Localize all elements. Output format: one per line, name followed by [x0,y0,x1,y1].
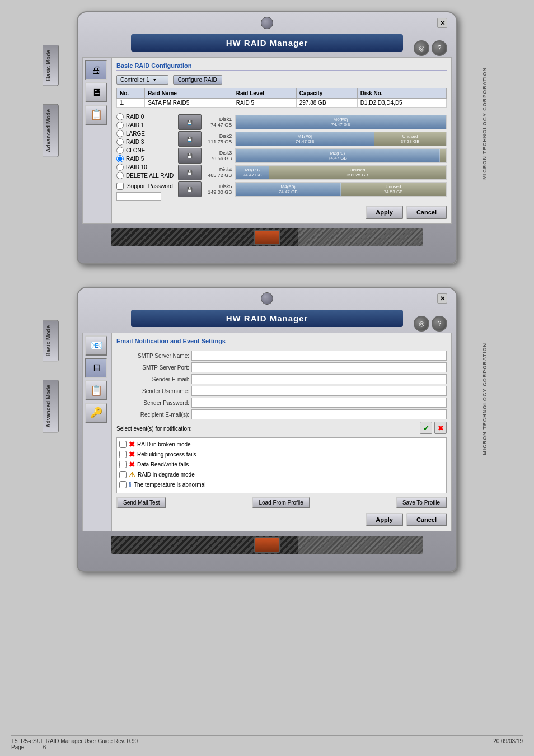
save-to-profile-button[interactable]: Save To Profile [396,497,447,508]
event-raid-degrade-label: RAID in degrade mode [138,472,195,478]
event-raid-degrade-check[interactable] [119,471,127,478]
radio-raid10[interactable]: RAID 10 [116,164,174,171]
recipient-email-input[interactable] [191,409,447,419]
close-button-1[interactable]: ✕ [437,18,447,28]
sender-password-row: Sender Password: [116,398,447,408]
delete-icon-btn[interactable]: ✖ [434,422,447,434]
cancel-button-2[interactable]: Cancel [406,513,447,526]
sender-username-row: Sender Username: [116,386,447,396]
apply-button-2[interactable]: Apply [366,513,403,526]
bottom-btn-row-2: Send Mail Test Load From Profile Save To… [116,497,447,508]
sidebar-print-icon[interactable]: 🖨 [85,60,107,80]
sidebar-key-icon[interactable]: 🔑 [85,403,107,423]
footer-left: T5_R5-eSUF RAID Manager User Guide Rev. … [11,738,138,750]
disk4-seg-used: M3(P0)74.47 GB [236,166,269,179]
disk2-seg-used: M1(P0)74.47 GB [236,132,374,146]
bottom-right-strip [298,228,423,246]
disk-row-4: 💾 Disk4465.72 GB M3(P0)74.47 GB Unused39… [178,165,447,180]
smtp-server-port-row: SMTP Server Port: [116,362,447,372]
smtp-server-name-input[interactable] [191,351,447,361]
radio-raid3[interactable]: RAID 3 [116,138,174,146]
checkmark-icon-btn[interactable]: ✔ [420,422,432,434]
table-row: 1. SATA PM RAID5 RAID 5 297.88 GB D1,D2,… [117,99,447,108]
sender-username-label: Sender Username: [116,388,189,394]
controller-dropdown[interactable]: Controller 1 [116,75,168,85]
load-from-profile-button[interactable]: Load From Profile [252,497,310,508]
sidebar-config-icon[interactable]: 🖥 [85,82,107,102]
close-button-2[interactable]: ✕ [437,293,447,304]
event-raid-broken: ✖ RAID in broken mode [119,440,444,449]
minimize-button-1[interactable] [261,17,273,29]
window-top-bar-2: HW RAID Manager ✕ ◎ ? [78,288,456,333]
radio-raid0[interactable]: RAID 0 [116,113,174,120]
sidebar-icons-2: 📧 🖥 📋 🔑 [82,333,111,531]
events-checkbox-list: ✖ RAID in broken mode ✖ Rebuilding proce… [116,437,447,493]
disk3-seg-unused [440,149,446,162]
sender-username-input[interactable] [191,386,447,396]
window-title-1: HW RAID Manager [131,34,404,52]
sidebar-email-icon[interactable]: 📧 [85,335,107,356]
disk4-seg-unused: Unused391.25 GB [269,166,446,179]
minimize-button-2[interactable] [261,292,273,305]
event-temperature-check[interactable] [119,481,127,488]
mode-tabs-left-2: Basic Mode Advanced Mode [43,320,59,433]
volume-icon-2[interactable]: ◎ [414,316,429,332]
apply-button-1[interactable]: Apply [366,206,403,219]
col-raid-name: Raid Name [145,88,233,99]
radio-raid5[interactable]: RAID 5 [116,155,174,162]
help-icon[interactable]: ? [432,40,447,56]
smtp-server-port-input[interactable] [191,362,447,372]
disk3-icon: 💾 [178,148,202,164]
event-data-rw-fails-check[interactable] [119,461,127,468]
sidebar-list-icon[interactable]: 📋 [85,105,107,125]
event-raid-broken-label: RAID in broken mode [137,441,191,447]
sender-email-row: Sender E-mail: [116,374,447,384]
bottom-center-decor-2 [254,537,280,553]
password-input[interactable] [116,192,161,201]
hw-window-2: HW RAID Manager ✕ ◎ ? 📧 🖥 📋 🔑 Em [77,287,457,572]
smtp-server-name-row: SMTP Server Name: [116,351,447,361]
volume-icon[interactable]: ◎ [414,40,429,56]
send-mail-test-button[interactable]: Send Mail Test [116,497,166,508]
event-x-icon-2: ✖ [129,450,135,459]
sender-password-input[interactable] [191,398,447,408]
sidebar-docs-icon[interactable]: 📋 [85,380,107,400]
footer-guide-text: T5_R5-eSUF RAID Manager User Guide Rev. … [11,738,138,744]
event-raid-broken-check[interactable] [119,441,127,448]
advanced-mode-tab-2[interactable]: Advanced Mode [43,380,59,433]
sender-email-input[interactable] [191,374,447,384]
sidebar-monitor-icon[interactable]: 🖥 [85,358,107,378]
radio-clone[interactable]: CLONE [116,147,174,154]
footer-right: 20 09/03/19 [493,738,523,750]
disk5-icon: 💾 [178,181,202,197]
event-rebuild-fails-check[interactable] [119,451,127,458]
cancel-button-1[interactable]: Cancel [406,206,447,219]
recipient-email-label: Recipient E-mail(s): [116,412,189,418]
configure-raid-button[interactable]: Configure RAID [173,75,222,85]
basic-mode-tab-2[interactable]: Basic Mode [43,320,59,362]
page-footer: T5_R5-eSUF RAID Manager User Guide Rev. … [11,735,523,750]
radio-large[interactable]: LARGE [116,130,174,137]
sender-email-label: Sender E-mail: [116,376,189,382]
disk1-icon: 💾 [178,114,202,130]
raid-table: No. Raid Name Raid Level Capacity Disk N… [116,88,447,108]
brand-text: MICRON TECHNOLOGY CORPORATION [482,67,488,180]
mode-tabs-left-1: Basic Mode Advanced Mode [43,45,59,158]
event-rebuild-fails: ✖ Rebuilding process fails [119,450,444,459]
radio-delete-all[interactable]: DELETE ALL RAID [116,172,174,179]
event-raid-degrade: ⚠ RAID in degrade mode [119,470,444,479]
disk5-label: Disk5149.00 GB [204,184,233,195]
section-title-2: Email Notification and Event Settings [116,338,447,346]
col-raid-level: Raid Level [233,88,296,99]
recipient-email-row: Recipient E-mail(s): [116,409,447,419]
advanced-mode-tab[interactable]: Advanced Mode [43,104,59,157]
bottom-strip-2 [111,536,423,554]
basic-mode-tab[interactable]: Basic Mode [43,45,59,86]
radio-raid1[interactable]: RAID 1 [116,122,174,129]
top-right-icons-1: ◎ ? [414,40,447,56]
support-password-checkbox[interactable] [116,183,124,190]
select-events-label: Select event(s) for notification: [116,426,192,432]
help-icon-2[interactable]: ? [432,316,447,332]
col-no: No. [117,88,145,99]
footer-page-label: Page 6 [11,744,138,750]
